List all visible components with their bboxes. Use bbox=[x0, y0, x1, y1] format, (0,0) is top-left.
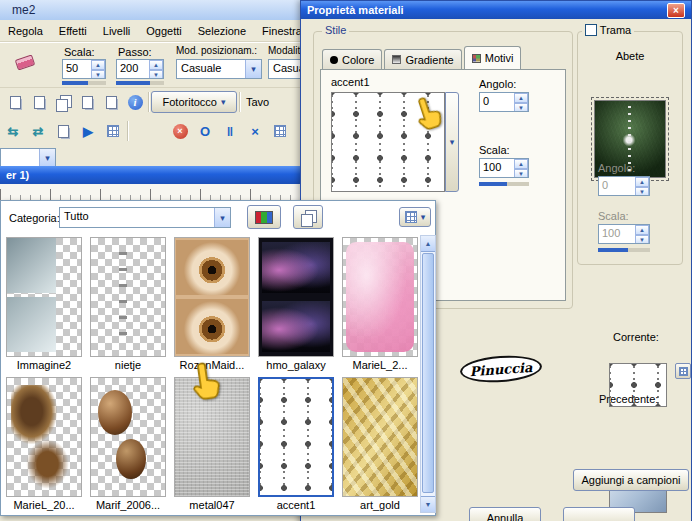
menu-livelli[interactable]: Livelli bbox=[95, 22, 139, 40]
help-button[interactable] bbox=[563, 507, 635, 521]
copy-button[interactable] bbox=[293, 205, 323, 229]
watermark-text: Pinuccia bbox=[469, 359, 533, 378]
texture-scale-label: Scala: bbox=[598, 210, 629, 222]
scroll-down-icon[interactable]: ▼ bbox=[421, 496, 435, 512]
add-to-swatches-button[interactable]: Aggiungi a campioni bbox=[573, 469, 689, 491]
open-file-icon[interactable] bbox=[28, 91, 50, 113]
thumbnail-image bbox=[342, 237, 418, 357]
close-icon[interactable]: × bbox=[667, 3, 685, 18]
tab-colore[interactable]: Colore bbox=[322, 49, 382, 69]
play-script-icon[interactable]: ▶ bbox=[77, 120, 99, 142]
thumbnail-item[interactable]: art_gold bbox=[339, 377, 421, 511]
thumbnail-item[interactable]: RozenMaid... bbox=[171, 237, 253, 371]
view-mode-button[interactable]: ▾ bbox=[399, 207, 431, 227]
texture-angle-spinner: 0 ▲▼ bbox=[598, 176, 650, 196]
filmstrip-icon bbox=[255, 211, 273, 224]
image-window-titlebar[interactable]: er 1) bbox=[0, 166, 300, 184]
menu-selezione[interactable]: Selezione bbox=[190, 22, 254, 40]
thumbnail-item[interactable]: Marif_2006... bbox=[87, 377, 169, 511]
scroll-up-icon[interactable]: ▲ bbox=[421, 236, 435, 252]
angle-spinner[interactable]: 0 ▲▼ bbox=[479, 92, 529, 112]
texture-group: Trama Abete Angolo: 0 ▲▼ Scala: 100 ▲▼ bbox=[577, 31, 683, 265]
thumbnail-item[interactable]: hmo_galaxy bbox=[255, 237, 337, 371]
thumbnail-item[interactable]: nietje bbox=[87, 237, 169, 371]
spin-down-icon[interactable]: ▼ bbox=[91, 70, 105, 79]
scale-spinner[interactable]: 100 ▲▼ bbox=[479, 158, 529, 178]
cancel-button[interactable]: Annulla bbox=[469, 507, 541, 521]
dialog-titlebar[interactable]: Proprietà materiali × bbox=[301, 1, 691, 19]
menu-effetti[interactable]: Effetti bbox=[51, 22, 95, 40]
dropdown-icon[interactable]: ▾ bbox=[214, 208, 230, 227]
pattern-dropdown-button[interactable]: ▾ bbox=[445, 92, 459, 192]
angle-value: 0 bbox=[480, 93, 514, 111]
tab-gradiente[interactable]: Gradiente bbox=[384, 49, 461, 69]
pattern-tab-icon bbox=[472, 54, 481, 63]
swatch-options-button[interactable] bbox=[675, 363, 691, 379]
step-label: Passo: bbox=[118, 46, 152, 58]
table-icon[interactable] bbox=[269, 120, 291, 142]
texture-checkbox[interactable] bbox=[585, 24, 597, 36]
texture-group-label: Trama bbox=[600, 24, 631, 36]
tab-motivi[interactable]: Motivi bbox=[464, 46, 522, 69]
color-tab-icon bbox=[330, 56, 338, 64]
spin-down-icon[interactable]: ▼ bbox=[149, 70, 163, 79]
spin-down-icon[interactable]: ▼ bbox=[514, 103, 528, 112]
cancel-icon[interactable]: × bbox=[244, 120, 266, 142]
eraser-tool-icon[interactable] bbox=[15, 54, 36, 70]
dialog-title: Proprietà materiali bbox=[307, 4, 667, 16]
thumbnail-label: MarieL_2... bbox=[339, 359, 421, 371]
preset-select[interactable]: ▾ bbox=[0, 148, 56, 168]
dropdown-icon[interactable]: ▾ bbox=[39, 149, 55, 167]
cancel-label: Annulla bbox=[487, 512, 524, 521]
scrollbar-thumb[interactable] bbox=[422, 253, 434, 493]
texture-scale-value: 100 bbox=[599, 225, 635, 243]
menu-oggetti[interactable]: Oggetti bbox=[138, 22, 189, 40]
thumbnail-item[interactable]: MarieL_20... bbox=[3, 377, 85, 511]
spin-down-icon[interactable]: ▼ bbox=[514, 169, 528, 178]
gradient-tab-icon bbox=[392, 55, 401, 64]
snapshot-icon[interactable] bbox=[100, 91, 122, 113]
scale-value: 100 bbox=[480, 159, 514, 177]
thumbnail-label: metal047 bbox=[171, 499, 253, 511]
tab-label: Colore bbox=[342, 54, 374, 66]
swap-left-icon[interactable]: ⇆ bbox=[2, 120, 24, 142]
palettes-menu[interactable]: Tavo bbox=[242, 96, 273, 108]
fotoritocco-dropdown[interactable]: Fotoritocco ▾ bbox=[151, 91, 237, 113]
thumbnail-item-selected[interactable]: accent1 bbox=[255, 377, 337, 511]
edit-paths-button[interactable] bbox=[247, 205, 281, 229]
new-file-icon[interactable] bbox=[4, 91, 26, 113]
pause-icon[interactable]: ‖ bbox=[219, 120, 241, 142]
step-slider[interactable] bbox=[116, 81, 164, 85]
dropdown-icon: ▾ bbox=[221, 97, 226, 107]
placement-mode-select[interactable]: Casuale ▾ bbox=[176, 59, 262, 79]
layers-icon[interactable] bbox=[52, 91, 74, 113]
swap-right-icon[interactable]: ⇄ bbox=[27, 120, 49, 142]
scrollbar[interactable]: ▲ ▼ bbox=[420, 235, 436, 513]
record-icon[interactable]: O bbox=[194, 120, 216, 142]
info-icon[interactable]: i bbox=[124, 91, 146, 113]
thumbnail-item[interactable]: Immagine2 bbox=[3, 237, 85, 371]
grid-icon bbox=[679, 367, 688, 376]
category-select[interactable]: Tutto ▾ bbox=[59, 207, 231, 228]
scale-spinner[interactable]: 50 ▲▼ bbox=[62, 59, 106, 79]
step-spinner[interactable]: 200 ▲▼ bbox=[116, 59, 164, 79]
tab-label: Gradiente bbox=[405, 54, 453, 66]
thumbnail-label: hmo_galaxy bbox=[255, 359, 337, 371]
script-file-icon[interactable] bbox=[52, 120, 74, 142]
scale-slider[interactable] bbox=[62, 81, 106, 85]
thumbnail-image bbox=[6, 377, 82, 497]
duplicate-icon[interactable] bbox=[76, 91, 98, 113]
menu-regola[interactable]: Regola bbox=[0, 22, 51, 40]
thumbnail-label: Marif_2006... bbox=[87, 499, 169, 511]
grid-view-icon[interactable] bbox=[102, 120, 124, 142]
fotoritocco-label: Fotoritocco bbox=[163, 96, 217, 108]
thumbnail-item[interactable]: MarieL_2... bbox=[339, 237, 421, 371]
spin-up-icon[interactable]: ▲ bbox=[149, 60, 163, 70]
spin-up-icon[interactable]: ▲ bbox=[514, 159, 528, 169]
spin-up-icon[interactable]: ▲ bbox=[91, 60, 105, 70]
spin-up-icon[interactable]: ▲ bbox=[514, 93, 528, 103]
stop-record-icon[interactable]: × bbox=[169, 120, 191, 142]
scale-slider[interactable] bbox=[479, 182, 529, 186]
thumbnail-label: nietje bbox=[87, 359, 169, 371]
dropdown-icon[interactable]: ▾ bbox=[245, 60, 261, 78]
